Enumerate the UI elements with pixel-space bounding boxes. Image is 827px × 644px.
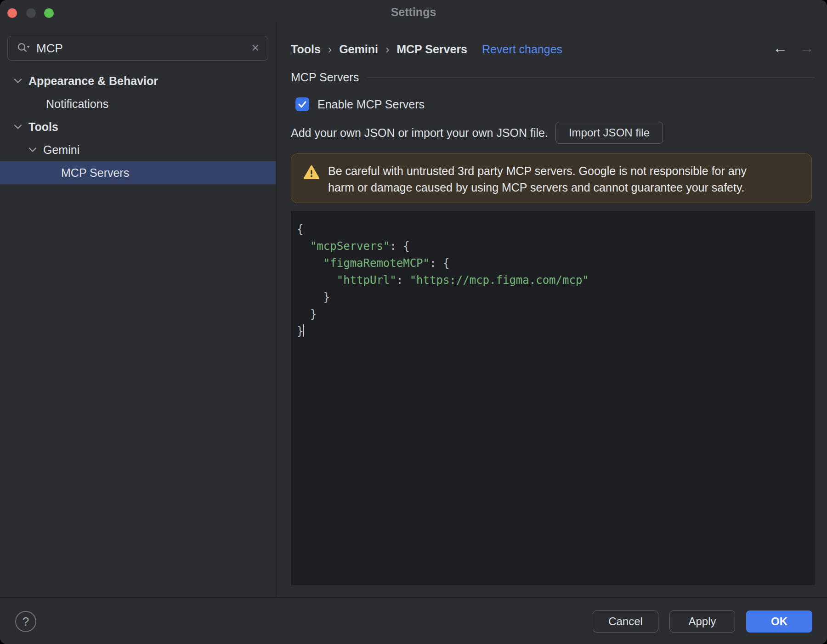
help-button[interactable]: ?: [15, 611, 36, 632]
sidebar-item-gemini[interactable]: Gemini: [0, 138, 276, 161]
chevron-down-icon[interactable]: [14, 124, 22, 130]
import-json-file-button[interactable]: Import JSON file: [555, 122, 663, 144]
sidebar-item-mcp-servers[interactable]: MCP Servers: [0, 161, 276, 184]
breadcrumb-separator-icon: ›: [385, 43, 389, 56]
warning-icon: [303, 165, 320, 181]
sidebar-item-tools[interactable]: Tools: [0, 115, 276, 138]
enable-mcp-row: Enable MCP Servers: [295, 97, 425, 111]
help-icon: ?: [23, 615, 29, 629]
import-json-row: Add your own JSON or import your own JSO…: [291, 122, 663, 144]
breadcrumb-tools[interactable]: Tools: [291, 43, 321, 56]
import-json-description: Add your own JSON or import your own JSO…: [291, 126, 548, 140]
settings-tree: Appearance & Behavior Notifications Tool…: [0, 69, 276, 184]
chevron-down-icon[interactable]: [28, 147, 37, 153]
history-navigation: ← →: [773, 40, 814, 55]
warning-text-line1: Be careful with untrusted 3rd party MCP …: [328, 163, 747, 179]
warning-text: Be careful with untrusted 3rd party MCP …: [328, 163, 747, 196]
tree-item-label: Appearance & Behavior: [28, 74, 158, 88]
settings-sidebar: MCP ✕ Appearance & Behavior Notification…: [0, 22, 276, 598]
warning-banner: Be careful with untrusted 3rd party MCP …: [291, 153, 812, 203]
breadcrumb-separator-icon: ›: [328, 43, 332, 56]
cancel-button[interactable]: Cancel: [593, 610, 658, 633]
close-window-button[interactable]: [7, 8, 17, 18]
section-divider: [367, 77, 815, 78]
dialog-footer: ? Cancel Apply OK: [0, 598, 827, 644]
section-title: MCP Servers: [291, 71, 359, 84]
tree-item-label: Notifications: [46, 97, 108, 111]
search-query-text: MCP: [36, 41, 251, 56]
mcp-json-editor[interactable]: { "mcpServers": { "figmaRemoteMCP": { "h…: [291, 211, 815, 585]
enable-mcp-label[interactable]: Enable MCP Servers: [317, 98, 425, 111]
footer-buttons: Cancel Apply OK: [593, 610, 812, 633]
revert-changes-link[interactable]: Revert changes: [482, 43, 562, 56]
back-arrow-icon[interactable]: ←: [773, 40, 787, 55]
text-caret: [303, 324, 304, 337]
clear-search-icon[interactable]: ✕: [251, 42, 260, 54]
settings-main-panel: Tools › Gemini › MCP Servers Revert chan…: [277, 22, 827, 598]
chevron-down-icon[interactable]: [14, 78, 22, 84]
tree-item-label: Tools: [28, 120, 58, 134]
zoom-window-button[interactable]: [44, 8, 54, 18]
forward-arrow-icon: →: [799, 40, 814, 55]
enable-mcp-checkbox[interactable]: [295, 97, 309, 111]
footer-divider: [0, 597, 827, 598]
search-icon: [17, 42, 31, 54]
settings-window: Settings MCP ✕ Appearance & Behavior: [0, 0, 827, 644]
window-title: Settings: [391, 6, 436, 19]
tree-item-label: Gemini: [43, 143, 79, 157]
apply-button[interactable]: Apply: [669, 610, 735, 633]
section-header: MCP Servers: [291, 69, 815, 85]
breadcrumb-mcp-servers: MCP Servers: [397, 43, 467, 56]
minimize-window-button[interactable]: [26, 8, 36, 18]
ok-button[interactable]: OK: [746, 610, 812, 633]
warning-text-line2: harm or damage caused by using MCP serve…: [328, 179, 747, 196]
tree-item-label: MCP Servers: [61, 166, 129, 180]
json-code: { "mcpServers": { "figmaRemoteMCP": { "h…: [291, 211, 815, 340]
breadcrumb-gemini[interactable]: Gemini: [339, 43, 378, 56]
settings-search-input[interactable]: MCP ✕: [7, 36, 268, 61]
breadcrumb: Tools › Gemini › MCP Servers Revert chan…: [291, 39, 562, 60]
sidebar-item-notifications[interactable]: Notifications: [0, 92, 276, 115]
sidebar-item-appearance-behavior[interactable]: Appearance & Behavior: [0, 69, 276, 92]
title-bar: Settings: [0, 0, 827, 22]
